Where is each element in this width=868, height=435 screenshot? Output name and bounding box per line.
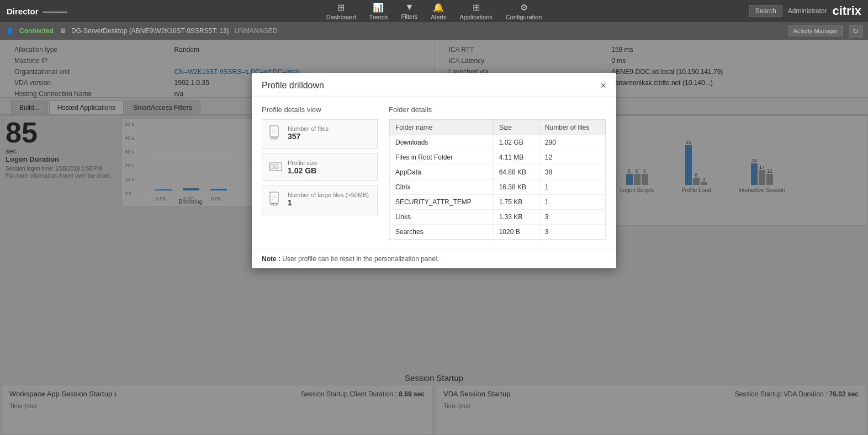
folder-size-cell: 4.11 MB — [493, 150, 539, 165]
filters-label: Filters — [401, 13, 417, 20]
size-label: Profile size — [288, 160, 317, 166]
top-nav: Director ▬▬▬▬ ⊞ Dashboard 📊 Trends ▼ Fil… — [0, 0, 868, 22]
version-label: ▬▬▬▬ — [43, 8, 67, 14]
folder-files-cell: 290 — [539, 135, 605, 150]
dashboard-label: Dashboard — [326, 14, 356, 20]
user-icon: 👤 — [6, 27, 14, 35]
folder-size-cell: 64.88 KB — [493, 165, 539, 180]
large-files-label: Number of large files (>50MB) — [288, 192, 369, 198]
folder-size-cell: 1020 B — [493, 225, 539, 240]
svg-text:PDF: PDF — [271, 136, 278, 140]
folder-table-row: Files in Root Folder 4.11 MB 12 — [390, 150, 606, 165]
folder-name-cell: AppData — [390, 165, 494, 180]
size-icon — [269, 160, 282, 175]
svg-text:PDF: PDF — [271, 203, 278, 206]
configuration-icon: ⚙ — [520, 2, 528, 13]
folder-files-cell: 3 — [539, 210, 605, 225]
folder-files-cell: 1 — [539, 195, 605, 210]
folder-name-cell: Files in Root Folder — [390, 150, 494, 165]
files-value: 357 — [288, 132, 329, 141]
files-icon: PDF — [269, 125, 282, 143]
folder-files-cell: 3 — [539, 225, 605, 240]
col-num-files: Number of files — [539, 120, 605, 135]
files-label: Number of files — [288, 125, 329, 132]
profile-details-section: Profile details view PDF — [262, 105, 378, 240]
citrix-logo: citrix — [832, 4, 861, 18]
folder-table: Folder name Size Number of files Downloa… — [389, 120, 606, 240]
folder-table-wrapper[interactable]: Folder name Size Number of files Downloa… — [389, 119, 606, 240]
card-content-files: Number of files 357 — [288, 125, 329, 141]
unmanaged-label: UNMANAGED — [234, 27, 277, 35]
nav-alerts[interactable]: 🔔 Alerts — [431, 2, 446, 20]
modal-title: Profile drilldown — [262, 81, 324, 91]
nav-filters[interactable]: ▼ Filters — [401, 2, 417, 20]
nav-applications[interactable]: ⊞ Applications — [459, 2, 492, 20]
nav-center: ⊞ Dashboard 📊 Trends ▼ Filters 🔔 Alerts … — [326, 2, 542, 20]
folder-table-row: SECURITY_ATTR_TEMP 1.75 KB 1 — [390, 195, 606, 210]
folder-size-cell: 1.02 GB — [493, 135, 539, 150]
card-content-size: Profile size 1.02 GB — [288, 160, 317, 175]
folder-section-label: Folder details — [389, 105, 606, 114]
app-title: Director — [7, 7, 39, 16]
profile-card-files: PDF Number of files 357 — [262, 119, 378, 149]
folder-files-cell: 1 — [539, 180, 605, 195]
modal-overlay: Profile drilldown × Profile details view — [0, 40, 868, 435]
bg-content: Allocation type Random Machine IP Organi… — [0, 40, 868, 435]
profile-card-large-files: PDF Number of large files (>50MB) 1 — [262, 185, 378, 215]
folder-table-row: Downloads 1.02 GB 290 — [390, 135, 606, 150]
note-label: Note : — [262, 255, 280, 263]
profile-drilldown-modal: Profile drilldown × Profile details view — [252, 73, 616, 268]
folder-details-section: Folder details Folder name Size Number o… — [389, 105, 606, 240]
alerts-icon: 🔔 — [433, 2, 444, 13]
configuration-label: Configuration — [506, 14, 542, 20]
folder-table-row: Citrix 16.38 KB 1 — [390, 180, 606, 195]
folder-name-cell: Searches — [390, 225, 494, 240]
modal-body: Profile details view PDF — [252, 97, 616, 249]
alerts-label: Alerts — [431, 14, 446, 20]
profile-card-size: Profile size 1.02 GB — [262, 153, 378, 181]
modal-note: Note : User profile can be reset in the … — [252, 249, 616, 268]
card-content-large-files: Number of large files (>50MB) 1 — [288, 192, 369, 207]
connected-status: Connected — [19, 27, 54, 35]
applications-icon: ⊞ — [473, 2, 480, 13]
search-button[interactable]: Search — [749, 5, 782, 17]
activity-manager-button[interactable]: Activity Manager — [788, 25, 843, 36]
svg-rect-19 — [275, 165, 278, 169]
applications-label: Applications — [459, 14, 492, 20]
folder-files-cell: 38 — [539, 165, 605, 180]
modal-header: Profile drilldown × — [252, 73, 616, 97]
modal-close-button[interactable]: × — [600, 81, 606, 91]
large-files-icon: PDF — [269, 192, 282, 209]
profile-section-label: Profile details view — [262, 105, 378, 114]
folder-table-row: AppData 64.88 KB 38 — [390, 165, 606, 180]
folder-table-row: Links 1.33 KB 3 — [390, 210, 606, 225]
folder-name-cell: SECURITY_ATTR_TEMP — [390, 195, 494, 210]
folder-name-cell: Links — [390, 210, 494, 225]
size-value: 1.02 GB — [288, 166, 317, 175]
col-size: Size — [493, 120, 539, 135]
folder-table-row: Searches 1020 B 3 — [390, 225, 606, 240]
admin-label: Administrator — [788, 7, 827, 15]
folder-name-cell: Downloads — [390, 135, 494, 150]
folder-size-cell: 16.38 KB — [493, 180, 539, 195]
session-bar: 👤 Connected 🖥 DG-ServerDesktop (ABNE9\W2… — [0, 22, 868, 40]
filters-icon: ▼ — [405, 2, 414, 12]
folder-name-cell: Citrix — [390, 180, 494, 195]
trends-icon: 📊 — [373, 2, 384, 13]
large-files-value: 1 — [288, 198, 369, 207]
folder-files-cell: 12 — [539, 150, 605, 165]
folder-size-cell: 1.33 KB — [493, 210, 539, 225]
note-text: User profile can be reset in the persona… — [282, 255, 439, 263]
nav-trends[interactable]: 📊 Trends — [369, 2, 388, 20]
refresh-button[interactable]: ↻ — [849, 25, 862, 38]
dashboard-icon: ⊞ — [337, 2, 345, 13]
nav-dashboard[interactable]: ⊞ Dashboard — [326, 2, 356, 20]
nav-configuration[interactable]: ⚙ Configuration — [506, 2, 542, 20]
nav-right: Search Administrator citrix — [749, 4, 861, 18]
col-folder-name: Folder name — [390, 120, 494, 135]
svg-rect-18 — [271, 165, 274, 169]
machine-icon: 🖥 — [59, 27, 66, 35]
machine-name: DG-ServerDesktop (ABNE9\W2K16ST-9SSRS5T:… — [71, 27, 229, 35]
folder-table-header: Folder name Size Number of files — [390, 120, 606, 135]
folder-size-cell: 1.75 KB — [493, 195, 539, 210]
